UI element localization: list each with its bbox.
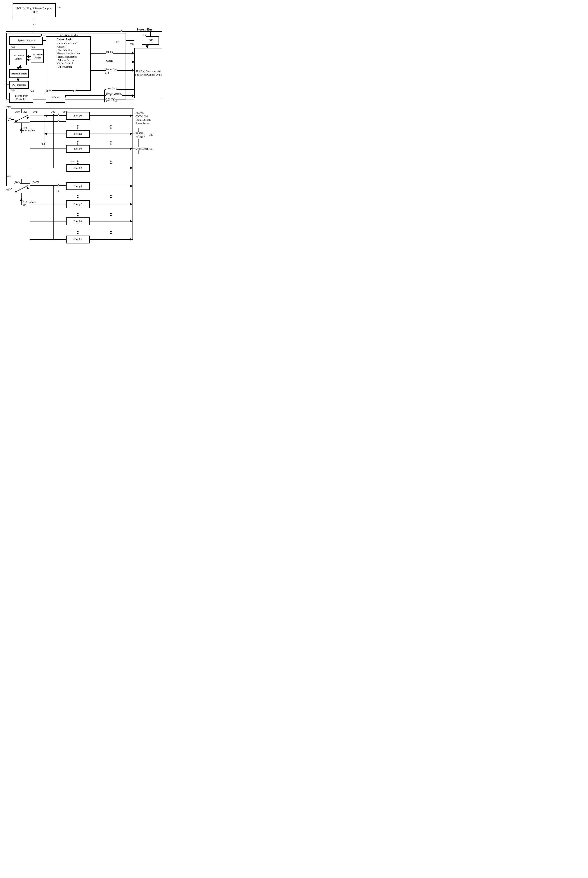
svg-line-44: [16, 115, 28, 121]
clocks-label: Clocks: [106, 59, 113, 63]
h-label: h: [58, 189, 59, 193]
ref-336-label: 336: [142, 33, 146, 37]
svg-point-106: [77, 197, 78, 198]
ref-314-label: 314: [105, 71, 109, 75]
svg-point-131: [52, 114, 54, 116]
svg-point-135: [52, 185, 54, 186]
slot-h0-box: Slot h0: [66, 218, 90, 225]
ref-208-label: 208: [130, 43, 134, 46]
svg-point-67: [77, 128, 78, 129]
svg-point-114: [110, 215, 112, 216]
sw3-label: SW3: [15, 181, 20, 184]
svg-point-108: [77, 215, 78, 216]
ref-304-label: 304: [40, 33, 44, 37]
ref-316n-label: 316N: [7, 187, 13, 191]
svg-point-73: [110, 128, 112, 129]
system-bus-label: System Bus: [136, 28, 152, 32]
svg-rect-43: [14, 113, 30, 123]
ref-303-label: 303: [31, 46, 35, 49]
svg-point-68: [77, 141, 78, 143]
ref-316-label: 316: [7, 117, 10, 120]
svg-point-70: [77, 161, 78, 162]
g-label: g: [58, 183, 59, 186]
req-gnt-sw-label: REQ#'s/GNT#'s SWEnables ClocksPower Rese…: [135, 111, 151, 125]
svg-point-116: [110, 233, 112, 234]
sw0-label: SW0: [15, 110, 20, 114]
req-gnt-label: REQ#'s/GNT#'s: [106, 93, 122, 96]
slot-b0-box: Slot b0: [66, 145, 90, 153]
ref-302-pci-label: 302: [33, 110, 37, 114]
ref-335-label: 335: [57, 6, 61, 9]
svg-point-76: [110, 161, 112, 162]
ref-326-label: 326: [24, 110, 27, 114]
svg-point-72: [110, 125, 112, 126]
outbound-buffers-left-box: Out- Bound Buffers: [10, 49, 27, 65]
hot-plug-controller-box: Hot Plug Controller and Bus Switch Contr…: [134, 48, 162, 98]
pci-hot-plug-software-box: PCI Hot Plug Software Support Utility: [13, 3, 56, 17]
svg-point-75: [110, 143, 112, 145]
outbound-buffers-right-box: Out- Bound Buffers: [31, 49, 44, 63]
diagram-container: PCI Hot Plug Software Support Utility 33…: [0, 0, 166, 250]
hp-int-label: HP Int: [106, 51, 113, 54]
sw-enables-bot-label: SW Enables: [23, 201, 36, 204]
slot-h2-box: Slot h2: [66, 236, 90, 243]
prsnt1-label: PRSNT1: [135, 132, 145, 135]
arbiter-box: Arbiter: [46, 93, 65, 102]
svg-point-110: [77, 233, 78, 234]
slot-g2-box: Slot g2: [66, 201, 90, 208]
ref-305-label: 305: [11, 89, 15, 92]
peer-to-peer-box: Peer-to-Peer Controller: [10, 93, 33, 102]
slot-a0-box: Slot a0: [66, 112, 90, 120]
svg-point-112: [110, 197, 112, 198]
svg-point-69: [77, 143, 78, 145]
pci-interface-box: PCI Interface: [10, 81, 29, 89]
slot-a2-box: Slot a2: [66, 130, 90, 138]
system-interface-box: System Interface: [10, 36, 43, 45]
svg-point-115: [110, 231, 112, 232]
ref-334-label: 334: [149, 148, 153, 151]
ref-202a-label: 202A: [46, 90, 52, 93]
svg-point-85: [27, 187, 28, 189]
internal-steering-box: Internal Steering: [10, 69, 29, 78]
svg-point-71: [77, 162, 78, 164]
ref-337-label: 337: [106, 100, 110, 103]
pci-label: PCI: [6, 105, 10, 109]
svg-point-84: [15, 191, 17, 192]
svg-point-66: [77, 125, 78, 126]
control-logic-box: Control Logic -Inbound/Outbound Control …: [46, 36, 91, 91]
b-label: b: [58, 119, 59, 122]
svg-point-105: [77, 195, 78, 196]
ref-340-label: 340: [30, 90, 34, 93]
offl-label: OFFL(0-n): [106, 87, 117, 90]
slot-b2-box: Slot b2: [66, 164, 90, 172]
door-switch-label: Door Switch: [135, 147, 148, 150]
ref-309-label: 309: [51, 110, 55, 114]
svg-point-45: [15, 120, 17, 122]
ref-302-label: 302: [11, 46, 15, 49]
svg-point-74: [110, 141, 112, 143]
svg-point-107: [77, 213, 78, 214]
svg-point-111: [110, 195, 112, 196]
ref-301-label: 301: [72, 90, 76, 93]
ref-310-label: 310: [22, 204, 26, 207]
ref-308-label: 308: [41, 143, 45, 146]
svg-line-83: [16, 186, 28, 192]
ref-5-label: 5: [120, 29, 122, 32]
ref-332-label: 332: [113, 100, 117, 103]
a-label: a: [58, 113, 58, 116]
slot-g0-box: Slot g0: [66, 182, 90, 190]
svg-point-77: [110, 162, 112, 164]
ref-306-label: 306: [70, 160, 74, 163]
svg-point-46: [27, 117, 28, 119]
ref-202-label: 202: [115, 41, 118, 44]
svg-point-109: [77, 231, 78, 232]
target-bus-label: Target Bus: [106, 68, 117, 71]
sw-enables-top-label: SW Enables: [23, 129, 36, 132]
prsnt2-label: PRSNT2: [135, 135, 145, 139]
ref-204-label: 204: [7, 175, 10, 178]
svg-point-113: [110, 213, 112, 214]
ref-333-label: 333: [149, 134, 153, 137]
svg-rect-82: [14, 183, 30, 193]
led-box: LED: [142, 36, 159, 45]
ref-302n-label: 302N: [33, 181, 39, 184]
